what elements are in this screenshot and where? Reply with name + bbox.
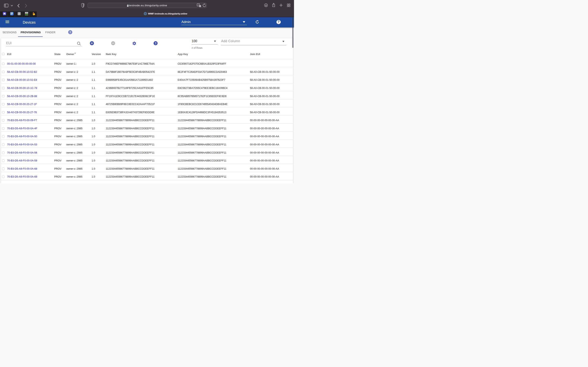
svg-text:x: x bbox=[200, 5, 200, 7]
svg-text:A: A bbox=[198, 4, 199, 6]
